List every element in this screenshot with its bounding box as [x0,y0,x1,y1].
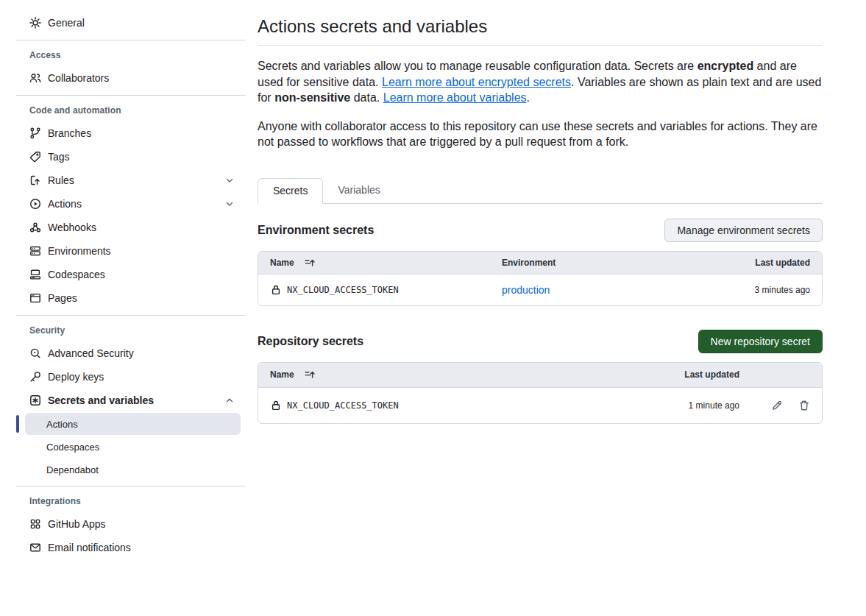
environment-secrets-table: Name Environment Last updated NX_CLOUD_A… [258,251,823,306]
sidebar-item-advanced-security[interactable]: Advanced Security [0,341,258,365]
page-title: Actions secrets and variables [258,15,823,46]
browser-icon [29,292,41,304]
mail-icon [29,542,41,553]
chevron-down-icon[interactable] [224,198,235,210]
link-learn-variables[interactable]: Learn more about variables [383,91,527,104]
lock-icon [270,400,282,411]
sidebar-item-label: Environments [48,245,111,257]
last-updated-value: 1 minute ago [681,400,739,411]
environment-link[interactable]: production [502,284,550,296]
intro-text: Secrets and variables allow you to manag… [258,60,698,72]
server-icon [29,245,41,257]
secret-name: NX_CLOUD_ACCESS_TOKEN [287,400,399,411]
sidebar-item-label: Rules [48,174,74,186]
sidebar-item-email-notifications[interactable]: Email notifications [0,536,258,559]
chevron-up-icon[interactable] [224,394,235,406]
intro-bold-non-sensitive: non-sensitive [274,91,350,104]
sidebar-subitem-actions[interactable]: Actions [25,413,241,435]
key-icon [29,371,41,383]
sidebar-item-label: Advanced Security [48,347,134,359]
repository-secrets-table-header: Name Last updated [258,363,822,388]
sidebar-subitem-codespaces[interactable]: Codespaces [25,436,241,458]
link-learn-encrypted-secrets[interactable]: Learn more about encrypted secrets [382,76,571,88]
row-actions [739,400,810,411]
sidebar-item-label: Email notifications [48,542,131,553]
sidebar-section-access: Access [0,48,258,63]
environment-secrets-header: Environment secrets Manage environment s… [258,219,823,242]
sidebar-item-general[interactable]: General [0,11,258,35]
people-icon [29,72,41,84]
intro-text: . [527,91,530,104]
sidebar-item-label: Deploy keys [48,371,104,383]
gear-icon [29,17,41,29]
intro-bold-encrypted: encrypted [698,60,753,72]
sort-ascending-icon[interactable] [304,257,316,269]
sidebar-item-label: GitHub Apps [48,518,106,530]
lock-icon [270,284,282,296]
sidebar-item-webhooks[interactable]: Webhooks [0,216,258,239]
sidebar-item-label: Collaborators [48,72,109,84]
sidebar-subitem-label: Dependabot [46,464,99,475]
delete-secret-button[interactable] [798,400,810,411]
sidebar-item-tags[interactable]: Tags [0,145,258,169]
selected-accent-bar [16,415,19,433]
sidebar-item-environments[interactable]: Environments [0,239,258,263]
chevron-down-icon[interactable] [224,174,235,186]
sidebar-subitem-label: Actions [46,419,78,430]
tag-icon [29,151,41,163]
settings-sidebar: General Access Collaborators Code and au… [0,0,258,559]
sidebar-item-github-apps[interactable]: GitHub Apps [0,512,258,536]
sidebar-item-label: Webhooks [48,222,96,233]
column-header-environment: Environment [502,258,700,268]
divider [16,486,246,486]
rules-icon [29,174,41,186]
column-header-last-updated: Last updated [681,369,739,380]
repository-secrets-header: Repository secrets New repository secret [258,330,823,353]
new-repository-secret-button[interactable]: New repository secret [698,330,823,353]
asterisk-box-icon [29,394,41,406]
sidebar-subitem-dependabot[interactable]: Dependabot [25,459,241,481]
access-note-paragraph: Anyone with collaborator access to this … [258,118,823,150]
sidebar-item-collaborators[interactable]: Collaborators [0,66,258,90]
column-header-name: Name [270,369,294,380]
sidebar-item-deploy-keys[interactable]: Deploy keys [0,365,258,389]
play-circle-icon [29,198,41,210]
sidebar-section-security: Security [0,323,258,338]
table-row: NX_CLOUD_ACCESS_TOKEN production 3 minut… [258,275,822,305]
grid-icon [29,518,41,530]
sidebar-item-pages[interactable]: Pages [0,286,258,310]
webhook-icon [29,222,41,233]
sidebar-item-label: Branches [48,127,91,139]
sidebar-item-label: Actions [48,198,82,210]
intro-paragraph: Secrets and variables allow you to manag… [258,58,823,106]
repository-secrets-table: Name Last updated NX_CLOUD_ACCESS_TOKEN … [258,362,823,424]
sidebar-subitem-label: Codespaces [46,442,99,453]
manage-environment-secrets-button[interactable]: Manage environment secrets [664,219,823,242]
sidebar-item-branches[interactable]: Branches [0,121,258,145]
divider [16,40,246,40]
sidebar-item-rules[interactable]: Rules [0,169,258,192]
sidebar-item-codespaces[interactable]: Codespaces [0,263,258,286]
edit-secret-button[interactable] [771,400,783,411]
divider [16,95,246,96]
secrets-variables-tabnav: Secrets Variables [258,178,823,204]
codespaces-icon [29,269,41,280]
sidebar-item-actions[interactable]: Actions [0,192,258,216]
tab-variables[interactable]: Variables [323,177,394,203]
divider [16,315,246,316]
sidebar-section-integrations: Integrations [0,494,258,509]
environment-secrets-table-header: Name Environment Last updated [258,252,822,275]
column-header-last-updated: Last updated [700,258,810,268]
repository-secrets-title: Repository secrets [258,335,363,348]
sort-ascending-icon[interactable] [304,369,316,380]
sidebar-item-label: General [48,17,85,29]
column-header-name: Name [270,258,294,268]
secret-name: NX_CLOUD_ACCESS_TOKEN [287,285,399,295]
environment-secrets-title: Environment secrets [258,224,374,237]
sidebar-section-code-automation: Code and automation [0,103,258,118]
main-content: Actions secrets and variables Secrets an… [258,0,823,424]
last-updated-value: 3 minutes ago [700,285,810,295]
tab-secrets[interactable]: Secrets [258,178,323,204]
sidebar-item-secrets-and-variables[interactable]: Secrets and variables [0,389,258,412]
sidebar-item-label: Tags [48,151,70,163]
